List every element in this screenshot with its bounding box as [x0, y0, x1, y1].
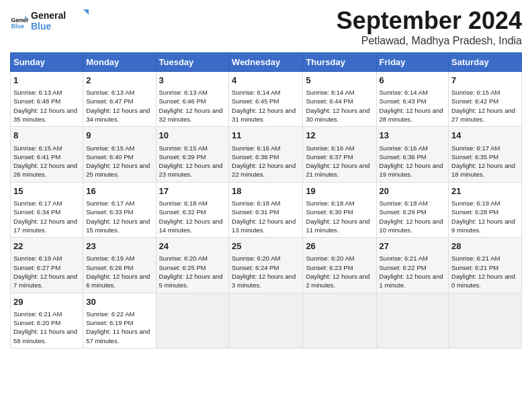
sunset-text: Sunset: 6:42 PM [451, 97, 498, 105]
sunrise-text: Sunrise: 6:21 AM [13, 310, 62, 318]
daylight-text: Daylight: 12 hours and 35 minutes. [13, 107, 77, 123]
table-row: 23Sunrise: 6:19 AMSunset: 6:26 PMDayligh… [83, 238, 156, 293]
sunset-text: Sunset: 6:24 PM [232, 264, 279, 271]
sunset-text: Sunset: 6:25 PM [159, 264, 206, 271]
sunset-text: Sunset: 6:20 PM [13, 319, 60, 326]
daylight-text: Daylight: 12 hours and 32 minutes. [159, 107, 223, 123]
svg-text:Blue: Blue [31, 21, 52, 32]
sunset-text: Sunset: 6:45 PM [232, 97, 279, 105]
daylight-text: Daylight: 12 hours and 5 minutes. [159, 273, 223, 289]
table-row [156, 293, 229, 348]
sunrise-text: Sunrise: 6:16 AM [306, 144, 354, 152]
col-thursday: Thursday [303, 53, 376, 72]
table-row [376, 293, 449, 348]
logo-icon: General Blue [10, 12, 29, 31]
daylight-text: Daylight: 12 hours and 11 minutes. [306, 218, 369, 234]
day-number: 7 [451, 75, 519, 87]
day-number: 12 [306, 130, 373, 142]
day-number: 8 [13, 130, 80, 142]
table-row: 10Sunrise: 6:15 AMSunset: 6:39 PMDayligh… [156, 127, 229, 182]
sunrise-text: Sunrise: 6:13 AM [13, 89, 62, 96]
table-row: 5Sunrise: 6:14 AMSunset: 6:44 PMDaylight… [303, 72, 376, 127]
col-monday: Monday [83, 53, 156, 72]
col-wednesday: Wednesday [229, 53, 303, 72]
sunrise-text: Sunrise: 6:20 AM [306, 255, 354, 262]
table-row: 20Sunrise: 6:18 AMSunset: 6:29 PMDayligh… [376, 182, 449, 237]
table-row: 15Sunrise: 6:17 AMSunset: 6:34 PMDayligh… [11, 182, 83, 237]
table-row: 4Sunrise: 6:14 AMSunset: 6:45 PMDaylight… [229, 72, 303, 127]
sunset-text: Sunset: 6:46 PM [159, 97, 206, 105]
daylight-text: Daylight: 12 hours and 17 minutes. [13, 218, 77, 234]
sunrise-text: Sunrise: 6:14 AM [232, 89, 280, 96]
calendar-week-row: 1Sunrise: 6:13 AMSunset: 6:48 PMDaylight… [11, 72, 522, 127]
sunset-text: Sunset: 6:19 PM [86, 319, 133, 326]
sunset-text: Sunset: 6:43 PM [380, 97, 427, 105]
sunset-text: Sunset: 6:37 PM [306, 153, 353, 161]
sunset-text: Sunset: 6:26 PM [86, 264, 133, 271]
table-row: 28Sunrise: 6:21 AMSunset: 6:21 PMDayligh… [449, 238, 522, 293]
table-row: 18Sunrise: 6:18 AMSunset: 6:31 PMDayligh… [229, 182, 303, 237]
calendar-week-row: 29Sunrise: 6:21 AMSunset: 6:20 PMDayligh… [11, 293, 522, 348]
sunset-text: Sunset: 6:40 PM [86, 153, 133, 161]
table-row: 7Sunrise: 6:15 AMSunset: 6:42 PMDaylight… [449, 72, 522, 127]
table-row: 1Sunrise: 6:13 AMSunset: 6:48 PMDaylight… [11, 72, 83, 127]
sunset-text: Sunset: 6:48 PM [13, 97, 60, 105]
sunrise-text: Sunrise: 6:17 AM [451, 144, 500, 152]
table-row: 14Sunrise: 6:17 AMSunset: 6:35 PMDayligh… [449, 127, 522, 182]
table-row: 6Sunrise: 6:14 AMSunset: 6:43 PMDaylight… [376, 72, 449, 127]
sunset-text: Sunset: 6:32 PM [159, 208, 206, 216]
sunrise-text: Sunrise: 6:19 AM [13, 255, 62, 262]
sunset-text: Sunset: 6:23 PM [306, 264, 353, 271]
day-number: 23 [86, 240, 152, 253]
day-number: 3 [159, 75, 226, 87]
sunrise-text: Sunrise: 6:16 AM [232, 144, 280, 152]
sunset-text: Sunset: 6:36 PM [380, 153, 427, 161]
table-row: 8Sunrise: 6:15 AMSunset: 6:41 PMDaylight… [11, 127, 83, 182]
day-number: 2 [86, 75, 152, 87]
day-number: 5 [306, 75, 373, 87]
day-number: 19 [306, 185, 373, 197]
day-number: 9 [86, 130, 152, 142]
col-friday: Friday [376, 53, 449, 72]
day-number: 22 [13, 240, 80, 253]
day-number: 18 [232, 185, 300, 197]
logo: General Blue General Blue [10, 7, 91, 36]
sunset-text: Sunset: 6:35 PM [451, 153, 498, 161]
table-row: 29Sunrise: 6:21 AMSunset: 6:20 PMDayligh… [11, 293, 83, 348]
daylight-text: Daylight: 12 hours and 0 minutes. [451, 273, 515, 289]
day-number: 28 [451, 240, 519, 253]
sunset-text: Sunset: 6:33 PM [86, 208, 133, 216]
day-number: 29 [13, 296, 80, 308]
daylight-text: Daylight: 12 hours and 13 minutes. [232, 218, 296, 234]
sunrise-text: Sunrise: 6:13 AM [159, 89, 208, 96]
sunrise-text: Sunrise: 6:18 AM [380, 199, 428, 207]
table-row: 26Sunrise: 6:20 AMSunset: 6:23 PMDayligh… [303, 238, 376, 293]
daylight-text: Daylight: 12 hours and 23 minutes. [159, 162, 223, 178]
daylight-text: Daylight: 12 hours and 21 minutes. [306, 162, 369, 178]
month-title: September 2024 [337, 7, 522, 35]
daylight-text: Daylight: 12 hours and 9 minutes. [451, 218, 515, 234]
sunset-text: Sunset: 6:34 PM [13, 208, 60, 216]
sunset-text: Sunset: 6:22 PM [380, 264, 427, 271]
location: Petlawad, Madhya Pradesh, India [337, 35, 522, 47]
table-row: 21Sunrise: 6:19 AMSunset: 6:28 PMDayligh… [449, 182, 522, 237]
calendar-week-row: 22Sunrise: 6:19 AMSunset: 6:27 PMDayligh… [11, 238, 522, 293]
sunset-text: Sunset: 6:31 PM [232, 208, 279, 216]
table-row [449, 293, 522, 348]
sunrise-text: Sunrise: 6:15 AM [13, 144, 62, 152]
sunset-text: Sunset: 6:38 PM [232, 153, 279, 161]
sunrise-text: Sunrise: 6:14 AM [380, 89, 428, 96]
sunrise-text: Sunrise: 6:13 AM [86, 89, 134, 96]
sunrise-text: Sunrise: 6:15 AM [451, 89, 500, 96]
table-row: 24Sunrise: 6:20 AMSunset: 6:25 PMDayligh… [156, 238, 229, 293]
sunrise-text: Sunrise: 6:20 AM [159, 255, 208, 262]
daylight-text: Daylight: 12 hours and 28 minutes. [380, 107, 443, 123]
sunset-text: Sunset: 6:30 PM [306, 208, 353, 216]
daylight-text: Daylight: 12 hours and 18 minutes. [451, 162, 515, 178]
table-row: 16Sunrise: 6:17 AMSunset: 6:33 PMDayligh… [83, 182, 156, 237]
col-sunday: Sunday [11, 53, 83, 72]
sunset-text: Sunset: 6:41 PM [13, 153, 60, 161]
table-row: 3Sunrise: 6:13 AMSunset: 6:46 PMDaylight… [156, 72, 229, 127]
sunrise-text: Sunrise: 6:15 AM [86, 144, 134, 152]
day-number: 24 [159, 240, 226, 253]
